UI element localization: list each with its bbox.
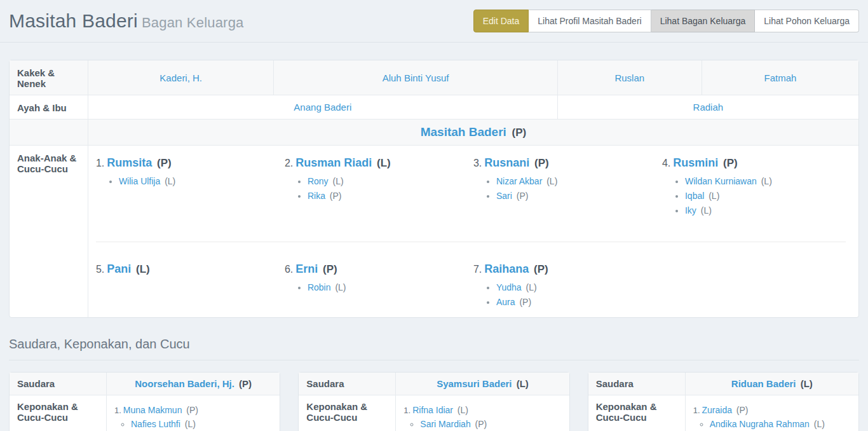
sibling-link[interactable]: Riduan Baderi (731, 378, 796, 389)
nephew-link[interactable]: Muna Makmun (123, 405, 182, 415)
child-link[interactable]: Pani (107, 263, 131, 275)
grandchild-item: Robin (L) (308, 282, 467, 292)
nephews-label: Keponakan & Cucu-Cucu (10, 395, 106, 431)
sibling-link[interactable]: Noorsehan Baderi, Hj. (135, 378, 234, 389)
grandchildren-list: Wildan Kurniawan (L) Iqbal (L) Iky (L) (685, 176, 844, 216)
header-actions: Edit Data Lihat Profil Masitah Baderi Li… (473, 10, 859, 32)
grandchild-link[interactable]: Iqbal (685, 191, 704, 201)
sibling-table-3: Saudara Riduan Baderi (L) Keponakan & Cu… (588, 372, 859, 431)
sibling-header-row: Saudara Riduan Baderi (L) (588, 373, 858, 395)
nephew-number: 1. (693, 406, 700, 415)
child-entry: 5.Pani (L) (96, 257, 285, 276)
grandparent-cell: Kaderi, H. (88, 60, 274, 95)
child-link[interactable]: Rusman Riadi (295, 156, 372, 169)
child-link[interactable]: Rusnani (484, 156, 529, 169)
grandchild-link[interactable]: Aura (496, 297, 515, 307)
nephew-link[interactable]: Zuraida (702, 405, 732, 415)
child-link[interactable]: Erni (295, 263, 318, 275)
child-gender: (L) (133, 263, 149, 275)
page-header: Masitah BaderiBagan Keluarga Edit Data L… (0, 0, 868, 43)
grandchild-link[interactable]: Nizar Akbar (496, 176, 542, 186)
grandparent-link[interactable]: Aluh Binti Yusuf (383, 72, 449, 83)
nephews-cell: 1.Zuraida (P) Andika Nugraha Rahman (L) (685, 395, 858, 431)
grandparent-link[interactable]: Fatmah (764, 72, 796, 83)
nephew-child-link[interactable]: Andika Nugraha Rahman (710, 419, 810, 429)
nephew-children-list: Andika Nugraha Rahman (L) (710, 419, 851, 429)
child-gender: (P) (320, 263, 337, 275)
child-link[interactable]: Rusmini (673, 156, 718, 169)
grandchild-link[interactable]: Rika (308, 191, 325, 201)
father-cell: Anang Baderi (88, 95, 557, 119)
grandchild-link[interactable]: Wilia Ulfija (119, 176, 160, 186)
grandchild-link[interactable]: Sari (496, 191, 512, 201)
child-entry: 6.Erni (P) Robin (L) (285, 257, 473, 297)
children-cell: 1.Rumsita (P) Wilia Ulfija (L) 2.Rusman … (88, 145, 858, 317)
grandchild-item: Wilia Ulfija (L) (119, 176, 278, 186)
child-link[interactable]: Raihana (484, 263, 529, 275)
grandparent-cell: Fatmah (702, 60, 858, 95)
nephew-entry: 1.Muna Makmun (P) Nafies Luthfi (L) (114, 405, 272, 429)
nephew-child-link[interactable]: Nafies Luthfi (131, 419, 180, 429)
grandchild-gender: (L) (544, 176, 557, 186)
child-number: 2. (285, 158, 293, 168)
person-link[interactable]: Masitah Baderi (421, 125, 506, 139)
father-link[interactable]: Anang Baderi (294, 102, 351, 113)
grandchild-link[interactable]: Wildan Kurniawan (685, 176, 757, 186)
sibling-gender: (P) (236, 378, 252, 389)
children-grid-row2: 5.Pani (L) 6.Erni (P) Robin (L) 7.Raihan… (96, 257, 851, 311)
nephew-link[interactable]: Rifna Idiar (412, 405, 453, 415)
view-profile-button[interactable]: Lihat Profil Masitah Baderi (529, 10, 651, 32)
child-entry: 7.Raihana (P) Yudha (L) Aura (P) (473, 257, 662, 311)
grandchildren-list: Nizar Akbar (L) Sari (P) (496, 176, 656, 201)
parents-label: Ayah & Ibu (10, 95, 88, 119)
view-tree-button[interactable]: Lihat Pohon Keluarga (755, 10, 859, 32)
child-entry: 2.Rusman Riadi (L) Rony (L) Rika (P) (285, 151, 473, 205)
nephews-row: Keponakan & Cucu-Cucu 1.Muna Makmun (P) … (10, 395, 280, 431)
grandparent-link[interactable]: Kaderi, H. (159, 72, 202, 83)
edit-data-button[interactable]: Edit Data (473, 10, 529, 32)
grandchildren-list: Yudha (L) Aura (P) (496, 282, 656, 307)
nephew-number: 1. (114, 406, 121, 415)
grandchild-item: Iky (L) (685, 205, 844, 216)
page-title: Masitah BaderiBagan Keluarga (9, 10, 244, 32)
grandchild-item: Nizar Akbar (L) (496, 176, 656, 186)
sibling-link[interactable]: Syamsuri Baderi (437, 378, 512, 389)
child-number: 3. (473, 158, 482, 168)
nephews-row: Keponakan & Cucu-Cucu 1.Rifna Idiar (L) … (299, 395, 569, 431)
parents-row: Ayah & Ibu Anang Baderi Radiah (10, 95, 858, 119)
grandchild-gender: (P) (327, 191, 342, 201)
nephews-label: Keponakan & Cucu-Cucu (588, 395, 685, 431)
main-content: Kakek & Nenek Kaderi, H. Aluh Binti Yusu… (0, 60, 868, 431)
nephew-gender: (P) (734, 405, 749, 415)
child-gender: (P) (720, 157, 737, 169)
grandchild-gender: (L) (524, 282, 537, 292)
grandchild-link[interactable]: Rony (308, 176, 329, 186)
sibling-label: Saudara (10, 373, 106, 395)
children-grid-row1: 1.Rumsita (P) Wilia Ulfija (L) 2.Rusman … (96, 151, 851, 242)
sibling-table-1: Saudara Noorsehan Baderi, Hj. (P) Kepona… (9, 372, 280, 431)
nephew-gender: (P) (184, 405, 198, 415)
nephew-entry: 1.Zuraida (P) Andika Nugraha Rahman (L) (693, 405, 851, 429)
sibling-gender: (L) (514, 378, 529, 389)
grandchild-gender: (P) (517, 297, 532, 307)
children-label: Anak-Anak & Cucu-Cucu (10, 145, 88, 317)
child-link[interactable]: Rumsita (107, 156, 152, 169)
nephew-entry: 1.Rifna Idiar (L) Sari Mardiah (P) (403, 405, 561, 429)
sibling-table-2: Saudara Syamsuri Baderi (L) Keponakan & … (298, 372, 569, 431)
mother-link[interactable]: Radiah (693, 102, 724, 113)
grandchildren-list: Wilia Ulfija (L) (119, 176, 278, 186)
person-title: Masitah Baderi (9, 10, 138, 31)
nephew-child-link[interactable]: Sari Mardiah (420, 419, 470, 429)
grandchild-gender: (L) (759, 176, 772, 186)
nephews-row: Keponakan & Cucu-Cucu 1.Zuraida (P) Andi… (588, 395, 858, 431)
grandchild-link[interactable]: Iky (685, 205, 696, 216)
sibling-label: Saudara (588, 373, 685, 395)
grandparent-link[interactable]: Ruslan (614, 72, 644, 83)
grandchild-item: Aura (P) (496, 297, 656, 307)
grandchild-link[interactable]: Robin (308, 282, 331, 292)
view-chart-button[interactable]: Lihat Bagan Keluarga (651, 10, 756, 32)
grandchild-item: Iqbal (L) (685, 191, 844, 201)
grandchild-link[interactable]: Yudha (496, 282, 522, 292)
nephew-child-item: Sari Mardiah (P) (420, 419, 561, 429)
grandchild-item: Rony (L) (308, 176, 467, 186)
